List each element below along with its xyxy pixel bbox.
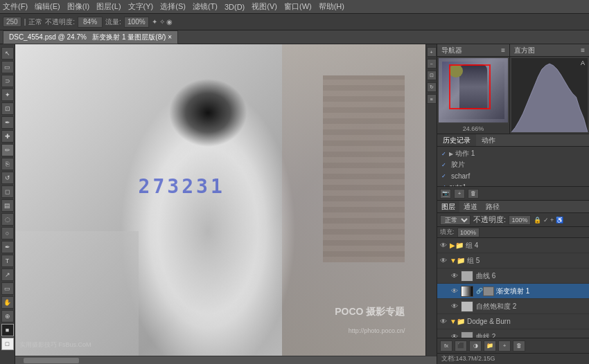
layer-name-group4: 组 4 [466, 241, 586, 251]
crop-tool[interactable]: ⊡ [1, 102, 14, 115]
folder-icon-dodgeburn: ▼📁 [450, 318, 465, 325]
shape-tool[interactable]: ▭ [1, 282, 14, 295]
text-tool[interactable]: T [1, 255, 14, 267]
menu-select[interactable]: 选择(S) [160, 1, 186, 12]
history-delete[interactable]: 🗑 [468, 189, 479, 199]
menu-text[interactable]: 文字(Y) [128, 1, 154, 12]
canvas-content[interactable]: 273231 POCO 摄影专题 http://photo.poco.cn/ 实… [15, 44, 425, 356]
histogram-title: 直方图 [514, 46, 535, 55]
path-select[interactable]: ↗ [1, 269, 14, 281]
fg-color[interactable]: ■ [1, 324, 14, 336]
menu-view[interactable]: 视图(V) [252, 1, 277, 12]
menu-window[interactable]: 窗口(W) [284, 1, 312, 12]
history-tab-bar: 历史记录 动作 [437, 134, 589, 147]
main-area: ↖ ▭ ⊃ ✦ ⊡ ✒ ✚ ✏ ⎘ ↺ ◻ ▤ ◌ ○ ✒ T ↗ ▭ ✋ ⊕ … [0, 44, 589, 364]
menu-3d[interactable]: 3D(D) [225, 3, 245, 11]
layer-item-group4[interactable]: 👁 ▶📁 组 4 [437, 238, 589, 253]
layer-item-gradient1[interactable]: 👁 🔗 渐变填射 1 [437, 284, 589, 299]
visibility-icon-group4[interactable]: 👁 [440, 242, 448, 249]
visibility-icon-vibrance2[interactable]: 👁 [451, 302, 459, 310]
top-right-panels: 导航器 ≡ 24.66% [437, 44, 589, 134]
active-tab[interactable]: DSC_4554.psd @ 24.7% 新变换射 1 量图层版(8/) × [3, 30, 178, 44]
menu-edit[interactable]: 编辑(E) [35, 1, 60, 12]
layer-item-vibrance2[interactable]: 👁 自然饱和度 2 [437, 299, 589, 314]
canvas-scroll-wrap: 273231 POCO 摄影专题 http://photo.poco.cn/ 实… [15, 44, 437, 364]
fill-input[interactable] [457, 228, 480, 237]
layer-item-group5[interactable]: 👁 ▼📁 组 5 [437, 253, 589, 269]
navigator-panel: 导航器 ≡ 24.66% [437, 44, 510, 134]
histogram-panel: 直方图 ≡ A [510, 44, 589, 134]
navigator-menu-icon[interactable]: ≡ [501, 46, 505, 54]
history-item-2[interactable]: ✓ scharf [439, 170, 588, 181]
brush-size[interactable]: 250 [3, 17, 21, 27]
brush-tool[interactable]: ✏ [1, 144, 14, 156]
layer-new-button[interactable]: + [498, 340, 511, 352]
visibility-icon-group5[interactable]: 👁 [440, 257, 448, 264]
history-item-1[interactable]: ✓ 胶片 [439, 159, 588, 170]
visibility-icon-dodgeburn[interactable]: 👁 [440, 318, 448, 325]
zoom-out-icon[interactable]: − [427, 59, 437, 69]
history-new-doc[interactable]: + [454, 189, 465, 199]
select-tool[interactable]: ▭ [1, 61, 14, 73]
dodge-tool[interactable]: ○ [1, 227, 14, 239]
lasso-tool[interactable]: ⊃ [1, 75, 14, 87]
flow-input[interactable] [124, 17, 149, 28]
hand-tool[interactable]: ✋ [1, 296, 14, 309]
layer-delete-button[interactable]: 🗑 [513, 340, 525, 352]
eyedropper-tool[interactable]: ✒ [1, 116, 14, 129]
history-item-0[interactable]: ✓ ▶ 动作 1 [439, 148, 588, 159]
menu-file[interactable]: 文件(F) [3, 1, 28, 12]
menu-filter[interactable]: 滤镜(T) [193, 1, 218, 12]
blur-tool[interactable]: ◌ [1, 213, 14, 226]
histogram-menu-icon[interactable]: ≡ [581, 46, 585, 54]
paths-tab[interactable]: 路径 [482, 201, 504, 212]
layer-fx-button[interactable]: fx [440, 340, 452, 352]
visibility-icon-gradient1[interactable]: 👁 [451, 287, 459, 295]
h-scroll-thumb[interactable] [24, 358, 79, 363]
horizontal-scrollbar[interactable] [15, 356, 437, 364]
layers-panel: 图层 通道 路径 正常 不透明度: 🔒 ✓ + ♿ 填充: 👁 [437, 201, 589, 353]
canvas-row: 273231 POCO 摄影专题 http://photo.poco.cn/ 实… [15, 44, 437, 356]
menu-help[interactable]: 帮助(H) [319, 1, 344, 12]
history-controls: 📷 + 🗑 [437, 186, 589, 200]
opacity-label-layers: 不透明度: [473, 215, 506, 225]
zoom-tool[interactable]: ⊕ [1, 310, 14, 322]
layer-item-dodgeburn[interactable]: 👁 ▼📁 Dodge & Burn [437, 314, 589, 329]
brick-wall [323, 75, 405, 262]
heal-tool[interactable]: ✚ [1, 130, 14, 143]
rotate-icon[interactable]: ↻ [427, 82, 437, 92]
layer-group-button[interactable]: 📁 [484, 340, 496, 352]
layer-item-curve6[interactable]: 👁 曲线 6 [437, 269, 589, 284]
pen-tool[interactable]: ✒ [1, 241, 14, 253]
left-tools-panel: ↖ ▭ ⊃ ✦ ⊡ ✒ ✚ ✏ ⎘ ↺ ◻ ▤ ◌ ○ ✒ T ↗ ▭ ✋ ⊕ … [0, 44, 15, 364]
arrange-icon[interactable]: ≡ [427, 94, 437, 104]
gradient-tool[interactable]: ▤ [1, 199, 14, 212]
zoom-in-icon[interactable]: + [427, 47, 437, 57]
actions-tab[interactable]: 动作 [476, 134, 501, 146]
opacity-input[interactable] [78, 17, 103, 28]
canvas-nav-icons: + − ⊡ ↻ ≡ [425, 44, 437, 356]
menu-image[interactable]: 图像(I) [67, 1, 89, 12]
history-tab[interactable]: 历史记录 [437, 134, 476, 146]
visibility-icon-curve6[interactable]: 👁 [451, 272, 459, 280]
history-item-3[interactable]: ✓ auto1 [439, 181, 588, 186]
eraser-tool[interactable]: ◻ [1, 185, 14, 198]
history-brush[interactable]: ↺ [1, 172, 14, 184]
menu-layer[interactable]: 图层(L) [96, 1, 121, 12]
magic-wand-tool[interactable]: ✦ [1, 89, 14, 101]
move-tool[interactable]: ↖ [1, 47, 14, 60]
stamp-tool[interactable]: ⎘ [1, 158, 14, 170]
folder-icon-group4: ▶📁 [450, 242, 464, 249]
layer-item-curve2[interactable]: 👁 曲线 2 [437, 329, 589, 338]
opacity-layers-input[interactable] [509, 215, 531, 225]
history-new-snapshot[interactable]: 📷 [440, 189, 451, 199]
layer-mask-button[interactable]: ⬛ [455, 340, 467, 352]
layer-adjustment-button[interactable]: ◑ [469, 340, 482, 352]
layers-tab-bar: 图层 通道 路径 [437, 201, 589, 213]
channels-tab[interactable]: 通道 [459, 201, 482, 212]
blend-mode-select[interactable]: 正常 [440, 215, 471, 225]
bg-color[interactable]: □ [1, 338, 14, 350]
visibility-icon-curve2[interactable]: 👁 [451, 333, 459, 338]
layers-tab[interactable]: 图层 [437, 201, 459, 212]
fit-icon[interactable]: ⊡ [427, 71, 437, 80]
